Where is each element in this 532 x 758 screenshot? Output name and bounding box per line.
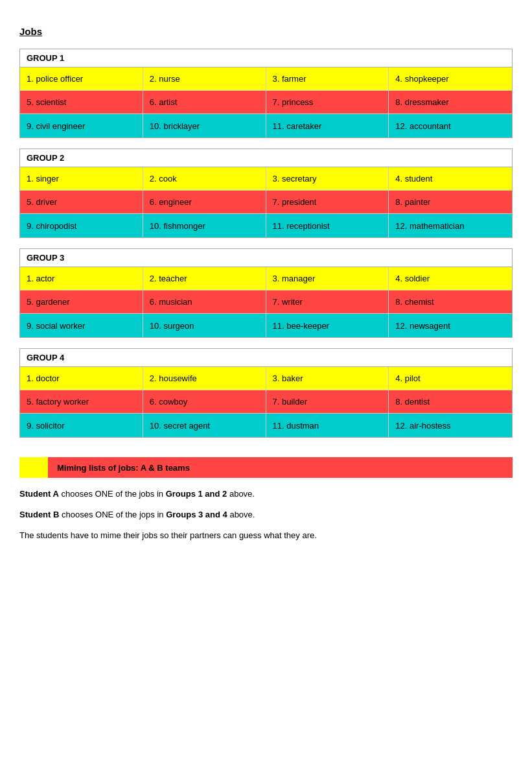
group-4-cell-11: 11. dustman	[266, 414, 389, 437]
group-4-grid: 1. doctor2. housewife3. baker4. pilot5. …	[20, 367, 512, 437]
group-1-header: GROUP 1	[20, 49, 512, 67]
group-2-cell-5: 5. driver	[20, 191, 143, 214]
group-1-cell-5: 5. scientist	[20, 91, 143, 114]
group-2-cell-3: 3. secretary	[266, 167, 389, 191]
page-title: Jobs	[19, 26, 513, 37]
group-2: GROUP 21. singer2. cook3. secretary4. st…	[19, 148, 513, 238]
group-4-cell-2: 2. housewife	[143, 367, 266, 390]
group-4-cell-4: 4. pilot	[389, 367, 512, 390]
group-4-cell-8: 8. dentist	[389, 390, 512, 414]
group-1-cell-2: 2. nurse	[143, 67, 266, 91]
group-3-cell-11: 11. bee-keeper	[266, 314, 389, 337]
student-b-groups: Groups 3 and 4	[166, 510, 227, 519]
group-2-cell-8: 8. painter	[389, 191, 512, 214]
group-4-cell-12: 12. air-hostess	[389, 414, 512, 437]
group-3-cell-1: 1. actor	[20, 267, 143, 290]
group-4: GROUP 41. doctor2. housewife3. baker4. p…	[19, 348, 513, 438]
student-a-label: Student A	[19, 489, 59, 499]
student-b-text: chooses ONE of the jops in	[59, 510, 166, 519]
group-4-cell-3: 3. baker	[266, 367, 389, 390]
group-1-cell-4: 4. shopkeeper	[389, 67, 512, 91]
group-3-cell-7: 7. writer	[266, 290, 389, 314]
group-2-cell-10: 10. fishmonger	[143, 214, 266, 237]
group-4-cell-6: 6. cowboy	[143, 390, 266, 414]
group-3-cell-10: 10. surgeon	[143, 314, 266, 337]
group-2-cell-4: 4. student	[389, 167, 512, 191]
group-1: GROUP 11. police officer2. nurse3. farme…	[19, 49, 513, 138]
footer-title-bar: Miming lists of jobs: A & B teams	[19, 457, 513, 478]
group-2-cell-7: 7. president	[266, 191, 389, 214]
group-1-cell-8: 8. dressmaker	[389, 91, 512, 114]
group-4-cell-1: 1. doctor	[20, 367, 143, 390]
groups-container: GROUP 11. police officer2. nurse3. farme…	[19, 49, 513, 438]
student-b-instruction: Student B chooses ONE of the jops in Gro…	[19, 508, 513, 522]
group-4-cell-9: 9. solicitor	[20, 414, 143, 437]
group-2-cell-2: 2. cook	[143, 167, 266, 191]
group-3-cell-6: 6. musician	[143, 290, 266, 314]
group-1-grid: 1. police officer2. nurse3. farmer4. sho…	[20, 67, 512, 137]
group-2-cell-1: 1. singer	[20, 167, 143, 191]
group-4-cell-5: 5. factory worker	[20, 390, 143, 414]
group-4-header: GROUP 4	[20, 349, 512, 367]
group-3-cell-3: 3. manager	[266, 267, 389, 290]
group-3-cell-12: 12. newsagent	[389, 314, 512, 337]
group-1-cell-10: 10. bricklayer	[143, 114, 266, 137]
group-2-cell-6: 6. engineer	[143, 191, 266, 214]
student-a-end: above.	[227, 489, 255, 499]
group-3-header: GROUP 3	[20, 249, 512, 267]
student-a-groups: Groups 1 and 2	[166, 489, 227, 499]
group-4-cell-10: 10. secret agent	[143, 414, 266, 437]
group-1-cell-11: 11. caretaker	[266, 114, 389, 137]
footer-yellow-block	[19, 457, 48, 478]
group-3-cell-9: 9. social worker	[20, 314, 143, 337]
group-1-cell-3: 3. farmer	[266, 67, 389, 91]
footer-title: Miming lists of jobs: A & B teams	[48, 457, 513, 478]
group-1-cell-7: 7. princess	[266, 91, 389, 114]
student-a-instruction: Student A chooses ONE of the jobs in Gro…	[19, 487, 513, 501]
student-b-end: above.	[227, 510, 255, 519]
group-2-cell-11: 11. receptionist	[266, 214, 389, 237]
group-3-cell-2: 2. teacher	[143, 267, 266, 290]
group-3-cell-5: 5. gardener	[20, 290, 143, 314]
group-1-cell-12: 12. accountant	[389, 114, 512, 137]
group-3-cell-8: 8. chemist	[389, 290, 512, 314]
mime-instruction: The students have to mime their jobs so …	[19, 528, 513, 543]
group-2-header: GROUP 2	[20, 149, 512, 167]
group-2-cell-9: 9. chiropodist	[20, 214, 143, 237]
group-2-grid: 1. singer2. cook3. secretary4. student5.…	[20, 167, 512, 237]
student-b-label: Student B	[19, 510, 59, 519]
student-a-text: chooses ONE of the jobs in	[59, 489, 166, 499]
group-3: GROUP 31. actor2. teacher3. manager4. so…	[19, 248, 513, 338]
group-1-cell-6: 6. artist	[143, 91, 266, 114]
group-3-cell-4: 4. soldier	[389, 267, 512, 290]
group-3-grid: 1. actor2. teacher3. manager4. soldier5.…	[20, 267, 512, 337]
group-4-cell-7: 7. builder	[266, 390, 389, 414]
group-2-cell-12: 12. mathematician	[389, 214, 512, 237]
group-1-cell-9: 9. civil engineer	[20, 114, 143, 137]
footer-box: Miming lists of jobs: A & B teams Studen…	[19, 457, 513, 543]
footer-instructions: Student A chooses ONE of the jobs in Gro…	[19, 487, 513, 543]
group-1-cell-1: 1. police officer	[20, 67, 143, 91]
